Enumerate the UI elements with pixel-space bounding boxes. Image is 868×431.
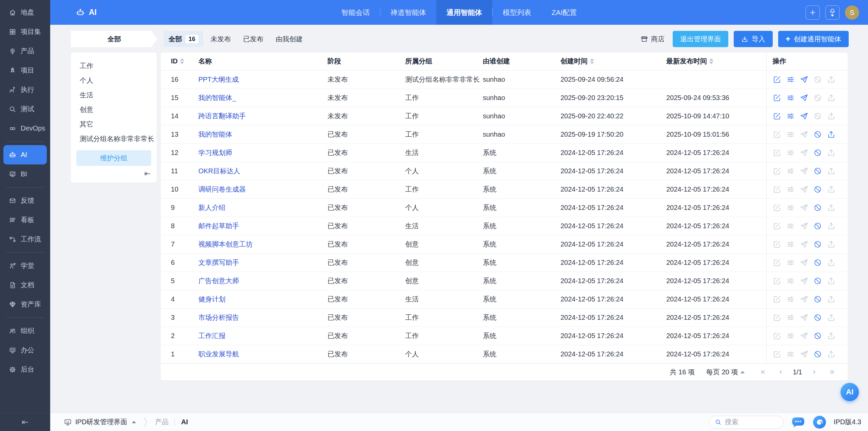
edit-icon[interactable] <box>773 203 781 212</box>
chat-bubble-icon[interactable] <box>791 416 805 428</box>
tab-general-agents[interactable]: 通用智能体 <box>436 0 492 25</box>
export-icon[interactable] <box>827 149 835 157</box>
disable-icon[interactable] <box>813 203 822 212</box>
disable-icon[interactable] <box>813 277 822 285</box>
edit-icon[interactable] <box>773 222 781 230</box>
config-icon[interactable] <box>786 75 795 84</box>
group-item-other[interactable]: 其它 <box>71 117 157 132</box>
export-icon[interactable] <box>827 185 835 194</box>
ai-assistant-fab[interactable]: AI <box>841 383 859 401</box>
config-icon[interactable] <box>786 313 795 322</box>
import-button[interactable]: 导入 <box>734 31 773 47</box>
store-link[interactable]: 商店 <box>640 35 665 44</box>
export-icon[interactable] <box>827 240 835 249</box>
publish-icon[interactable] <box>800 277 808 285</box>
disable-icon[interactable] <box>813 240 822 249</box>
sidebar-item-workflow[interactable]: 工作流 <box>3 230 47 249</box>
edit-icon[interactable] <box>773 332 781 340</box>
disable-icon[interactable] <box>813 222 822 230</box>
publish-icon[interactable] <box>800 258 808 267</box>
sidebar-item-feedback[interactable]: 反馈 <box>3 191 47 210</box>
export-icon[interactable] <box>827 277 835 285</box>
publish-icon[interactable] <box>800 295 808 303</box>
disable-icon[interactable] <box>813 332 822 340</box>
config-icon[interactable] <box>786 222 795 230</box>
agent-name-link[interactable]: 工作汇报 <box>198 332 225 339</box>
export-icon[interactable] <box>827 295 835 303</box>
exit-admin-button[interactable]: 退出管理界面 <box>673 31 728 47</box>
sidebar-item-execution[interactable]: 执行 <box>3 80 47 99</box>
config-icon[interactable] <box>786 167 795 175</box>
publish-icon[interactable] <box>800 222 808 230</box>
search-box[interactable] <box>709 416 784 429</box>
agent-name-link[interactable]: 文章撰写助手 <box>198 259 239 266</box>
sidebar-item-admin[interactable]: 后台 <box>3 360 47 379</box>
sidebar-item-college[interactable]: 学堂 <box>3 256 47 275</box>
zentao-logo[interactable] <box>813 415 826 429</box>
avatar[interactable]: S <box>845 5 859 20</box>
sort-published[interactable] <box>709 58 713 64</box>
disable-icon[interactable] <box>813 149 822 157</box>
filter-unpublished[interactable]: 未发布 <box>206 31 236 47</box>
edit-icon[interactable] <box>773 112 781 120</box>
group-item-personal[interactable]: 个人 <box>71 73 157 88</box>
sidebar-item-ai[interactable]: AI <box>3 145 47 164</box>
agent-name-link[interactable]: 跨语言翻译助手 <box>198 112 246 120</box>
agent-name-link[interactable]: 新人介绍 <box>198 204 225 211</box>
publish-icon[interactable] <box>800 112 808 120</box>
workspace-switcher[interactable]: IPD研发管理界面 <box>64 417 136 427</box>
edit-icon[interactable] <box>773 149 781 157</box>
disable-icon[interactable] <box>813 75 822 84</box>
tab-zentao-agents[interactable]: 禅道智能体 <box>380 0 436 25</box>
config-icon[interactable] <box>786 130 795 139</box>
sidebar-item-devops[interactable]: DevOps <box>3 119 47 138</box>
sidebar-item-bi[interactable]: BI <box>3 164 47 184</box>
sidebar-item-office[interactable]: OA 办公 <box>3 340 47 360</box>
export-icon[interactable] <box>827 258 835 267</box>
config-icon[interactable] <box>786 258 795 267</box>
config-icon[interactable] <box>786 203 795 212</box>
publish-icon[interactable] <box>800 94 808 102</box>
per-page-select[interactable]: 每页 20 项 <box>706 368 745 377</box>
sidebar-item-dashboard[interactable]: 地盘 <box>3 3 47 22</box>
edit-icon[interactable] <box>773 94 781 102</box>
maintain-groups-button[interactable]: 维护分组 <box>76 150 151 166</box>
disable-icon[interactable] <box>813 185 822 194</box>
publish-icon[interactable] <box>800 185 808 194</box>
config-icon[interactable] <box>786 149 795 157</box>
tab-zai-config[interactable]: ZAI配置 <box>541 0 587 25</box>
agent-name-link[interactable]: 调研问卷生成器 <box>198 185 246 193</box>
config-icon[interactable] <box>786 350 795 358</box>
export-icon[interactable] <box>827 112 835 120</box>
sidebar-item-doc[interactable]: 文档 <box>3 275 47 295</box>
export-icon[interactable] <box>827 222 835 230</box>
disable-icon[interactable] <box>813 167 822 175</box>
edit-icon[interactable] <box>773 277 781 285</box>
publish-icon[interactable] <box>800 313 808 322</box>
edit-icon[interactable] <box>773 258 781 267</box>
export-icon[interactable] <box>827 203 835 212</box>
sidebar-item-test[interactable]: 测试 <box>3 99 47 119</box>
export-icon[interactable] <box>827 94 835 102</box>
export-icon[interactable] <box>827 313 835 322</box>
groups-collapse-button[interactable]: ⇤ <box>71 166 157 179</box>
config-icon[interactable] <box>786 277 795 285</box>
edit-icon[interactable] <box>773 350 781 358</box>
group-item-work[interactable]: 工作 <box>71 59 157 73</box>
agent-name-link[interactable]: 健身计划 <box>198 295 225 303</box>
agent-name-link[interactable]: 广告创意大师 <box>198 277 239 285</box>
next-page-button[interactable] <box>807 369 821 375</box>
export-icon[interactable] <box>827 167 835 175</box>
create-agent-button[interactable]: + 创建通用智能体 <box>778 31 849 47</box>
tab-model-list[interactable]: 模型列表 <box>493 0 541 25</box>
sidebar-item-assets[interactable]: 资产库 <box>3 295 47 314</box>
prev-page-button[interactable] <box>774 369 788 375</box>
agent-name-link[interactable]: 视频脚本创意工坊 <box>198 240 253 248</box>
filter-published[interactable]: 已发布 <box>238 31 268 47</box>
sort-id[interactable] <box>180 58 184 64</box>
config-icon[interactable] <box>786 295 795 303</box>
sort-created[interactable] <box>590 58 594 64</box>
edit-icon[interactable] <box>773 313 781 322</box>
edit-icon[interactable] <box>773 130 781 139</box>
filter-all[interactable]: 全部 16 <box>164 31 203 47</box>
